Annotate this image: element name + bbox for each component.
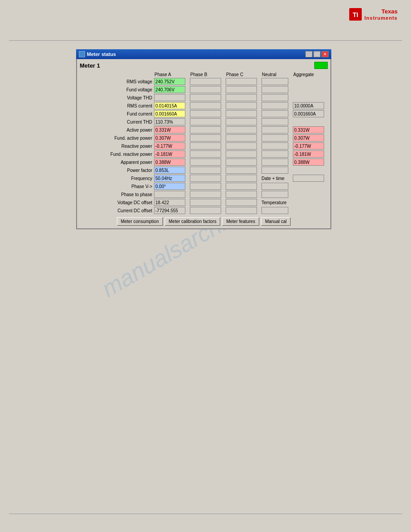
input-aggregate-6[interactable] bbox=[293, 126, 324, 133]
input-phase-a-9[interactable] bbox=[154, 150, 185, 158]
input-phase-c-16[interactable] bbox=[226, 207, 257, 214]
row-label-13: Phase V-> bbox=[80, 182, 153, 190]
input-phase-c-13[interactable] bbox=[226, 183, 257, 190]
input-phase-b-8[interactable] bbox=[190, 142, 221, 150]
input-phase-b-2[interactable] bbox=[190, 94, 221, 101]
input-phase-c-10[interactable] bbox=[226, 159, 257, 166]
input-phase-c-8[interactable] bbox=[226, 142, 257, 150]
input-neutral-1[interactable] bbox=[261, 86, 288, 93]
input-phase-c-14[interactable] bbox=[226, 191, 257, 198]
input-aggregate-8[interactable] bbox=[293, 142, 324, 150]
cell-phase-b-11 bbox=[189, 166, 225, 174]
cell-phase-c-16 bbox=[225, 206, 261, 215]
cell-phase-a-3 bbox=[153, 102, 189, 110]
input-phase-a-7[interactable] bbox=[154, 134, 185, 142]
input-phase-a-11[interactable] bbox=[154, 167, 185, 174]
input-neutral-14[interactable] bbox=[261, 191, 288, 198]
input-phase-c-3[interactable] bbox=[226, 102, 257, 109]
cell-phase-c-15 bbox=[225, 198, 261, 206]
input-phase-a-8[interactable] bbox=[154, 142, 185, 150]
meter-calibration-button[interactable]: Meter calibration factors bbox=[165, 217, 221, 226]
input-neutral-8[interactable] bbox=[261, 142, 288, 150]
input-phase-a-16[interactable] bbox=[154, 207, 185, 214]
input-phase-c-7[interactable] bbox=[226, 134, 257, 142]
cell-phase-a-14 bbox=[153, 190, 189, 198]
input-neutral-2[interactable] bbox=[261, 94, 288, 101]
input-phase-c-12[interactable] bbox=[226, 175, 257, 182]
cell-neutral-9 bbox=[261, 150, 292, 158]
input-phase-b-3[interactable] bbox=[190, 102, 221, 109]
input-phase-a-1[interactable] bbox=[154, 86, 185, 93]
manual-cal-button[interactable]: Manual cal bbox=[261, 217, 291, 226]
input-phase-b-5[interactable] bbox=[190, 118, 221, 125]
minimize-button[interactable]: _ bbox=[305, 51, 313, 57]
input-phase-b-0[interactable] bbox=[190, 78, 221, 85]
input-phase-c-4[interactable] bbox=[226, 110, 257, 117]
input-phase-c-0[interactable] bbox=[226, 78, 257, 85]
neutral-label-15: Temperature bbox=[261, 200, 287, 205]
input-phase-b-16[interactable] bbox=[190, 207, 221, 214]
cell-neutral-12: Date + time bbox=[261, 174, 292, 182]
input-neutral-10[interactable] bbox=[261, 159, 288, 166]
cell-phase-b-4 bbox=[189, 110, 225, 118]
input-phase-c-1[interactable] bbox=[226, 86, 257, 93]
meter-consumption-button[interactable]: Meter consumption bbox=[117, 217, 163, 226]
input-phase-a-0[interactable] bbox=[154, 78, 185, 85]
input-neutral-6[interactable] bbox=[261, 126, 288, 133]
input-phase-a-6[interactable] bbox=[154, 126, 185, 133]
input-phase-b-11[interactable] bbox=[190, 167, 221, 174]
input-aggregate-7[interactable] bbox=[293, 134, 324, 142]
input-phase-a-14[interactable] bbox=[154, 191, 185, 198]
meter-features-button[interactable]: Meter features bbox=[222, 217, 259, 226]
input-neutral-11[interactable] bbox=[261, 167, 288, 174]
input-neutral-0[interactable] bbox=[261, 78, 288, 85]
input-phase-a-12[interactable] bbox=[154, 175, 185, 182]
maximize-button[interactable]: □ bbox=[313, 51, 321, 57]
cell-phase-a-0 bbox=[153, 77, 189, 86]
input-phase-b-9[interactable] bbox=[190, 150, 221, 158]
input-phase-a-15[interactable] bbox=[154, 199, 185, 206]
input-aggregate-4[interactable] bbox=[293, 110, 324, 117]
cell-neutral-6 bbox=[261, 126, 292, 134]
input-phase-b-12[interactable] bbox=[190, 175, 221, 182]
input-phase-a-10[interactable] bbox=[154, 159, 185, 166]
input-phase-b-4[interactable] bbox=[190, 110, 221, 117]
input-phase-c-15[interactable] bbox=[226, 199, 257, 206]
ti-logo-icon: TI bbox=[349, 8, 362, 21]
input-aggregate-9[interactable] bbox=[293, 150, 324, 158]
window-icon bbox=[79, 51, 85, 57]
input-phase-b-14[interactable] bbox=[190, 191, 221, 198]
input-phase-a-2[interactable] bbox=[154, 94, 185, 101]
input-neutral-4[interactable] bbox=[261, 110, 288, 117]
input-neutral-13[interactable] bbox=[261, 183, 288, 190]
input-neutral-5[interactable] bbox=[261, 118, 288, 125]
input-neutral-9[interactable] bbox=[261, 150, 288, 158]
input-neutral-7[interactable] bbox=[261, 134, 288, 142]
cell-neutral-15: Temperature bbox=[261, 198, 292, 206]
input-phase-b-6[interactable] bbox=[190, 126, 221, 133]
input-phase-c-11[interactable] bbox=[226, 167, 257, 174]
input-phase-a-13[interactable] bbox=[154, 183, 185, 190]
input-phase-c-6[interactable] bbox=[226, 126, 257, 133]
input-aggregate-3[interactable] bbox=[293, 102, 324, 109]
input-phase-c-5[interactable] bbox=[226, 118, 257, 125]
input-neutral-16[interactable] bbox=[261, 207, 288, 214]
input-phase-c-2[interactable] bbox=[226, 94, 257, 101]
cell-phase-b-15 bbox=[189, 198, 225, 206]
input-phase-b-7[interactable] bbox=[190, 134, 221, 142]
input-phase-b-10[interactable] bbox=[190, 159, 221, 166]
input-phase-b-13[interactable] bbox=[190, 183, 221, 190]
input-aggregate-12[interactable] bbox=[293, 175, 324, 182]
input-neutral-3[interactable] bbox=[261, 102, 288, 109]
input-phase-a-3[interactable] bbox=[154, 102, 185, 109]
close-button[interactable]: ✕ bbox=[321, 51, 329, 57]
input-phase-b-15[interactable] bbox=[190, 199, 221, 206]
input-phase-b-1[interactable] bbox=[190, 86, 221, 93]
cell-phase-c-7 bbox=[225, 134, 261, 142]
meter-title: Meter 1 bbox=[80, 62, 100, 69]
input-phase-c-9[interactable] bbox=[226, 150, 257, 158]
input-aggregate-10[interactable] bbox=[293, 159, 324, 166]
input-phase-a-4[interactable] bbox=[154, 110, 185, 117]
row-label-7: Fund. active power bbox=[80, 134, 153, 142]
input-phase-a-5[interactable] bbox=[154, 118, 185, 125]
